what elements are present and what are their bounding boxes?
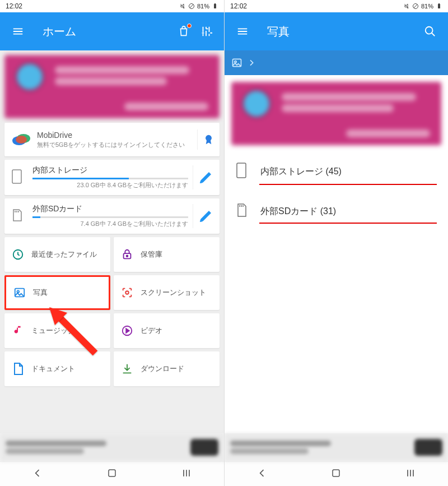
photos-tile[interactable]: 写真: [4, 275, 110, 310]
sdcard-storage-card[interactable]: 外部SDカード 7.4 GB中 7.4 GBをご利用いただけます: [4, 198, 220, 234]
recent-label: 最近使ったファイル: [31, 249, 97, 260]
home-content: MobiDrive 無料で5GBをゲットするにはサインインしてください 内部スト…: [0, 50, 224, 433]
download-icon: [121, 363, 133, 375]
sdcard-title: 外部SDカード: [32, 204, 188, 214]
internal-storage-title: 内部ストレージ: [32, 165, 188, 175]
home-button[interactable]: [107, 468, 117, 480]
recent-tile[interactable]: 最近使ったファイル: [4, 237, 110, 272]
back-button[interactable]: [32, 468, 43, 481]
battery-pct: 81%: [421, 3, 433, 10]
chevron-left-icon: [32, 468, 43, 479]
svg-point-6: [206, 135, 212, 141]
svg-rect-25: [237, 163, 246, 178]
system-nav: [0, 461, 224, 486]
music-label: ミュージック: [31, 326, 75, 336]
menu-button[interactable]: [231, 20, 254, 43]
page-title: ホーム: [43, 24, 172, 39]
bars-icon: [405, 468, 416, 479]
clock: 12:02: [6, 2, 22, 10]
svg-rect-1: [214, 4, 216, 8]
downloads-tile[interactable]: ダウンロード: [114, 351, 220, 386]
ad-banner[interactable]: [225, 433, 448, 461]
mobidrive-card[interactable]: MobiDrive 無料で5GBをゲットするにはサインインしてください: [4, 123, 220, 156]
award-badge: [197, 129, 213, 150]
promo-banner[interactable]: [231, 82, 441, 145]
photos-label: 写真: [33, 288, 48, 298]
list-item-sdcard[interactable]: 外部SDカード (31): [225, 193, 448, 223]
ribbon-icon: [204, 132, 213, 147]
breadcrumb[interactable]: [225, 50, 448, 75]
lock-icon: [121, 248, 133, 261]
sdcard-icon: [11, 209, 22, 222]
music-tile[interactable]: ミュージック: [4, 313, 110, 348]
svg-point-13: [125, 291, 129, 294]
search-button[interactable]: [419, 20, 441, 43]
svg-point-5: [16, 136, 27, 144]
play-circle-icon: [121, 325, 133, 337]
menu-button[interactable]: [7, 20, 29, 43]
page-title: 写真: [267, 24, 419, 39]
clock-icon: [12, 248, 24, 261]
svg-rect-16: [183, 470, 184, 476]
square-icon: [107, 468, 117, 478]
svg-rect-20: [438, 4, 440, 8]
svg-point-12: [17, 290, 19, 293]
status-bar: 12:02 81%: [0, 0, 224, 12]
screenshots-label: スクリーンショット: [141, 288, 206, 298]
app-bar-home: ホーム: [0, 12, 224, 50]
recents-button[interactable]: [181, 468, 192, 481]
promo-banner[interactable]: [4, 55, 220, 118]
svg-rect-2: [214, 3, 216, 4]
block-icon: [412, 3, 419, 10]
search-icon: [424, 25, 436, 38]
list-item-internal[interactable]: 内部ストレージ (45): [225, 152, 448, 184]
internal-storage-card[interactable]: 内部ストレージ 23.0 GB中 8.4 GBをご利用いただけます: [4, 160, 220, 195]
mobidrive-subtitle: 無料で5GBをゲットするにはサインインしてください: [37, 141, 193, 149]
left-pane: 12:02 81% ホーム: [0, 0, 224, 486]
svg-rect-21: [438, 3, 440, 4]
svg-rect-26: [333, 470, 339, 476]
hamburger-icon: [236, 25, 249, 38]
screenshots-tile[interactable]: スクリーンショット: [114, 275, 220, 310]
chevron-left-icon: [256, 468, 268, 479]
battery-icon: [212, 3, 218, 10]
downloads-label: ダウンロード: [141, 364, 184, 374]
video-tile[interactable]: ビデオ: [114, 313, 220, 348]
list-item-label: 内部ストレージ (45): [260, 166, 342, 178]
square-icon: [331, 468, 341, 478]
svg-rect-18: [189, 470, 190, 476]
clean-sdcard-button[interactable]: [193, 204, 213, 228]
home-button[interactable]: [331, 468, 341, 480]
documents-label: ドキュメント: [31, 364, 75, 374]
internal-storage-subtitle: 23.0 GB中 8.4 GBをご利用いただけます: [32, 181, 188, 189]
mobidrive-icon: [11, 129, 31, 150]
mobidrive-title: MobiDrive: [37, 131, 193, 140]
bars-icon: [181, 468, 192, 479]
svg-rect-17: [186, 470, 187, 476]
recents-button[interactable]: [405, 468, 416, 481]
back-button[interactable]: [256, 468, 268, 481]
photos-content: 内部ストレージ (45) 外部SDカード (31): [225, 75, 448, 433]
ad-banner[interactable]: [0, 433, 224, 461]
sdcard-subtitle: 7.4 GB中 7.4 GBをご利用いただけます: [32, 220, 188, 228]
svg-rect-7: [12, 170, 21, 183]
document-icon: [12, 362, 24, 376]
status-bar: 12:02 81%: [225, 0, 448, 12]
vault-tile[interactable]: 保管庫: [114, 237, 220, 272]
documents-tile[interactable]: ドキュメント: [4, 351, 110, 386]
annotation-underline: [259, 223, 437, 224]
svg-point-24: [235, 61, 236, 63]
svg-rect-15: [109, 470, 115, 476]
music-icon: [12, 325, 24, 337]
clean-internal-button[interactable]: [193, 165, 213, 189]
svg-rect-29: [413, 470, 414, 476]
status-icons: 81%: [179, 3, 218, 10]
block-icon: [188, 3, 195, 10]
settings-button[interactable]: [195, 20, 217, 43]
status-icons: 81%: [403, 3, 442, 10]
svg-point-22: [426, 27, 433, 34]
chevron-right-icon: [247, 58, 256, 67]
notification-dot: [187, 24, 192, 28]
svg-point-10: [127, 255, 128, 257]
store-button[interactable]: [172, 20, 195, 43]
